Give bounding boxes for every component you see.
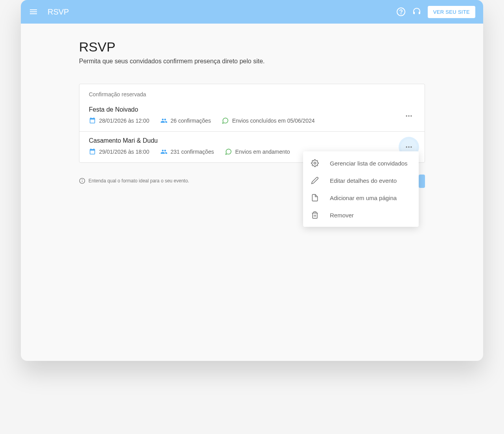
file-icon <box>311 194 319 202</box>
menu-item-manage-guests[interactable]: Gerenciar lista de convidados <box>303 154 419 172</box>
svg-point-11 <box>314 162 316 164</box>
calendar-icon <box>89 148 96 155</box>
event-status-text: Envios concluídos em 05/06/2024 <box>232 118 315 124</box>
svg-point-3 <box>408 115 409 116</box>
svg-point-10 <box>82 180 83 180</box>
pencil-icon <box>311 177 319 184</box>
page-title: RSVP <box>79 39 425 55</box>
gear-icon <box>311 159 319 167</box>
event-date-meta: 29/01/2026 às 18:00 <box>89 148 149 155</box>
more-horizontal-icon <box>405 112 413 120</box>
event-title: Festa de Noivado <box>89 106 415 113</box>
event-context-menu: Gerenciar lista de convidados Editar det… <box>303 151 419 227</box>
hidden-action-button[interactable] <box>419 175 425 188</box>
event-row[interactable]: Festa de Noivado 28/01/2026 às 12:00 26 … <box>79 101 425 132</box>
whatsapp-icon <box>225 148 232 155</box>
menu-item-remove[interactable]: Remover <box>303 206 419 224</box>
svg-point-7 <box>410 146 412 147</box>
menu-item-label: Editar detalhes do evento <box>330 177 397 184</box>
event-status-meta: Envios em andamento <box>225 148 290 155</box>
whatsapp-icon <box>222 117 229 124</box>
svg-point-1 <box>401 14 401 14</box>
menu-item-label: Remover <box>330 212 354 219</box>
event-date-meta: 28/01/2026 às 12:00 <box>89 117 149 124</box>
events-card: Confirmação reservada Festa de Noivado 2… <box>79 84 425 163</box>
page-subtitle: Permita que seus convidados confirmem pr… <box>79 58 425 65</box>
event-meta: 28/01/2026 às 12:00 26 confirmações Envi… <box>89 117 415 124</box>
svg-point-5 <box>406 146 407 147</box>
menu-item-edit-details[interactable]: Editar detalhes do evento <box>303 172 419 189</box>
help-icon[interactable] <box>396 7 406 17</box>
event-date-text: 29/01/2026 às 18:00 <box>99 149 149 155</box>
event-status-meta: Envios concluídos em 05/06/2024 <box>222 117 315 124</box>
card-header: Confirmação reservada <box>79 84 425 101</box>
event-date-text: 28/01/2026 às 12:00 <box>99 118 149 124</box>
svg-point-2 <box>406 115 407 116</box>
people-icon <box>160 148 167 155</box>
more-horizontal-icon <box>405 143 413 151</box>
trash-icon <box>311 211 319 219</box>
footer-hint-text: Entenda qual o formato ideal para o seu … <box>88 178 189 184</box>
people-icon <box>160 117 167 124</box>
topbar-title: RSVP <box>48 7 69 17</box>
event-confirmations-meta: 231 confirmações <box>160 148 214 155</box>
calendar-icon <box>89 117 96 124</box>
menu-item-label: Gerenciar lista de convidados <box>330 160 408 167</box>
svg-point-6 <box>408 146 409 147</box>
hamburger-menu-icon[interactable] <box>29 7 38 17</box>
svg-point-4 <box>410 115 412 116</box>
event-confirmations-meta: 26 confirmações <box>160 117 211 124</box>
event-more-button[interactable] <box>401 108 417 124</box>
topbar: RSVP VER SEU SITE <box>21 0 483 24</box>
event-confirmations-text: 231 confirmações <box>171 149 214 155</box>
support-agent-icon[interactable] <box>412 7 421 17</box>
ver-site-button[interactable]: VER SEU SITE <box>428 6 475 18</box>
event-title: Casamento Mari & Dudu <box>89 137 415 144</box>
event-status-text: Envios em andamento <box>235 149 290 155</box>
info-icon <box>79 178 85 184</box>
menu-item-label: Adicionar em uma página <box>330 195 397 201</box>
event-confirmations-text: 26 confirmações <box>171 118 211 124</box>
menu-item-add-to-page[interactable]: Adicionar em uma página <box>303 189 419 206</box>
app-window: RSVP VER SEU SITE RSVP Permita que seus … <box>21 0 483 361</box>
